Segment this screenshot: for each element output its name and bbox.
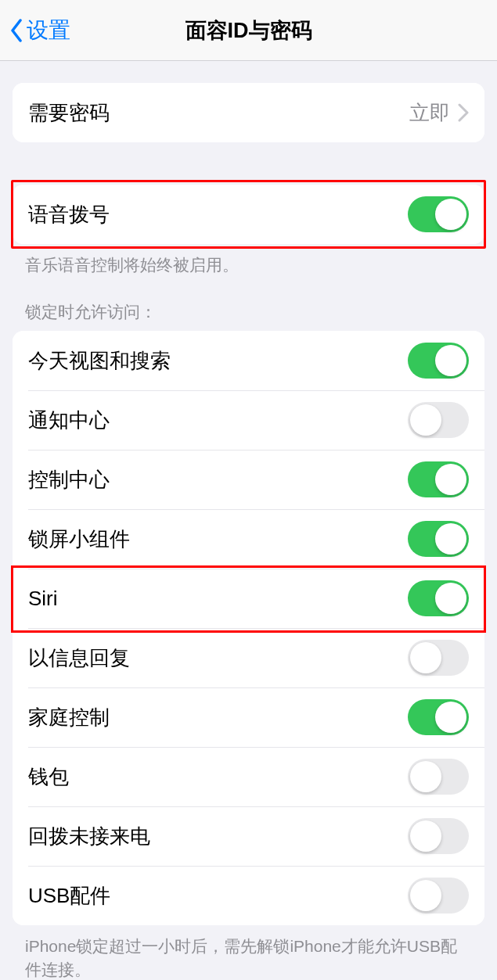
locked-access-item-label: 今天视图和搜索 [28, 347, 171, 375]
locked-access-row[interactable]: USB配件 [13, 866, 484, 925]
locked-access-header: 锁定时允许访问： [0, 301, 497, 331]
voice-dial-label: 语音拨号 [28, 201, 110, 228]
locked-access-toggle[interactable] [408, 402, 469, 438]
toggle-knob [435, 523, 466, 555]
locked-access-item-label: Siri [28, 587, 58, 611]
voice-dial-group: 语音拨号 [13, 185, 484, 244]
locked-access-row[interactable]: 通知中心 [13, 390, 484, 450]
toggle-knob [410, 761, 441, 792]
locked-access-item-label: 以信息回复 [28, 644, 130, 672]
locked-access-toggle[interactable] [408, 461, 469, 497]
locked-access-toggle[interactable] [408, 878, 469, 914]
toggle-knob [435, 199, 466, 230]
require-passcode-row[interactable]: 需要密码 立即 [13, 83, 484, 142]
voice-dial-footer: 音乐语音控制将始终被启用。 [0, 244, 497, 276]
chevron-left-icon [9, 19, 23, 42]
locked-access-item-label: 通知中心 [28, 407, 110, 434]
locked-access-row[interactable]: 回拨未接来电 [13, 806, 484, 866]
chevron-right-icon [458, 103, 469, 122]
require-passcode-value: 立即 [409, 99, 450, 127]
back-label: 设置 [27, 16, 70, 45]
locked-access-row[interactable]: 家庭控制 [13, 687, 484, 747]
page-title: 面容ID与密码 [185, 16, 312, 45]
toggle-knob [410, 820, 441, 852]
locked-access-item-label: USB配件 [28, 882, 110, 910]
locked-access-footer: iPhone锁定超过一小时后，需先解锁iPhone才能允许USB配件连接。 [0, 925, 497, 980]
locked-access-item-label: 锁屏小组件 [28, 526, 130, 553]
voice-dial-row[interactable]: 语音拨号 [13, 185, 484, 244]
locked-access-toggle[interactable] [408, 640, 469, 676]
locked-access-row[interactable]: 以信息回复 [13, 628, 484, 687]
locked-access-row[interactable]: 钱包 [13, 747, 484, 806]
toggle-knob [435, 583, 466, 614]
locked-access-item-label: 控制中心 [28, 466, 110, 494]
toggle-knob [435, 345, 466, 376]
locked-access-item-label: 家庭控制 [28, 704, 110, 731]
locked-access-toggle[interactable] [408, 580, 469, 616]
toggle-knob [410, 404, 441, 436]
toggle-knob [435, 702, 466, 733]
locked-access-toggle[interactable] [408, 699, 469, 735]
locked-access-group: 今天视图和搜索通知中心控制中心锁屏小组件Siri以信息回复家庭控制钱包回拨未接来… [13, 331, 484, 925]
voice-dial-toggle[interactable] [408, 196, 469, 232]
toggle-knob [435, 464, 466, 495]
require-passcode-label: 需要密码 [28, 99, 110, 127]
locked-access-toggle[interactable] [408, 343, 469, 379]
locked-access-item-label: 回拨未接来电 [28, 823, 150, 850]
locked-access-row[interactable]: 锁屏小组件 [13, 509, 484, 569]
locked-access-row[interactable]: 控制中心 [13, 450, 484, 509]
locked-access-toggle[interactable] [408, 818, 469, 854]
passcode-group: 需要密码 立即 [13, 83, 484, 142]
toggle-knob [410, 880, 441, 911]
locked-access-toggle[interactable] [408, 521, 469, 557]
back-button[interactable]: 设置 [9, 16, 70, 45]
locked-access-row[interactable]: 今天视图和搜索 [13, 331, 484, 390]
locked-access-item-label: 钱包 [28, 763, 69, 791]
navigation-bar: 设置 面容ID与密码 [0, 0, 497, 61]
locked-access-row[interactable]: Siri [13, 569, 484, 628]
toggle-knob [410, 642, 441, 673]
locked-access-toggle[interactable] [408, 759, 469, 795]
